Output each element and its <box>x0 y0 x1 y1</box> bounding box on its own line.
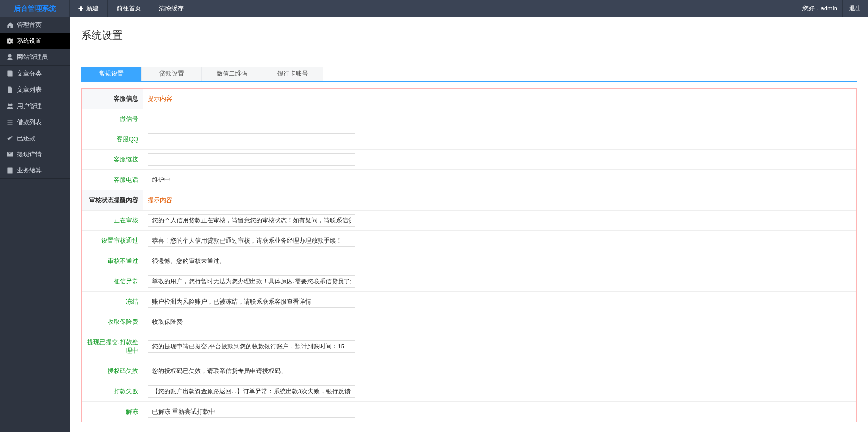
payfail-input[interactable] <box>148 385 355 398</box>
auth-label: 授权码失效 <box>82 361 143 381</box>
gear-icon <box>6 38 14 44</box>
logout-button[interactable]: 退出 <box>842 0 868 17</box>
sidebar-item-label: 已还款 <box>17 134 35 143</box>
section-tip: 提示内容 <box>148 196 172 204</box>
unfreeze-label: 解冻 <box>82 402 143 422</box>
wechat-input[interactable] <box>148 113 355 125</box>
sidebar-item-label: 业务结算 <box>17 166 42 175</box>
section-customer-service: 客服信息 提示内容 <box>82 89 856 109</box>
credit-label: 征信异常 <box>82 271 143 291</box>
credit-input[interactable] <box>148 275 355 288</box>
sidebar-item-label: 借款列表 <box>17 118 42 127</box>
sidebar-item-label: 网站管理员 <box>17 53 48 61</box>
go-home-button[interactable]: 前往首页 <box>108 0 150 17</box>
withdraw-label: 提现已提交,打款处理中 <box>82 332 143 361</box>
sidebar-item-label: 文章列表 <box>17 85 42 94</box>
sidebar-item-book[interactable]: 文章分类 <box>0 66 70 82</box>
payfail-label: 打款失败 <box>82 381 143 401</box>
sidebar-item-label: 文章分类 <box>17 69 42 78</box>
unfreeze-input[interactable] <box>148 406 355 418</box>
freeze-label: 冻结 <box>82 292 143 312</box>
link-label: 客服链接 <box>82 150 143 169</box>
calc-icon <box>6 167 14 174</box>
phone-label: 客服电话 <box>82 170 143 190</box>
sidebar-item-home[interactable]: 管理首页 <box>0 17 70 33</box>
passed-input[interactable] <box>148 235 355 247</box>
withdraw-input[interactable] <box>148 340 355 353</box>
sidebar-item-label: 管理首页 <box>17 21 42 29</box>
sidebar-item-list[interactable]: 借款列表 <box>0 114 70 130</box>
sidebar: 管理首页系统设置网站管理员文章分类文章列表用户管理借款列表已还款提现详情业务结算 <box>0 17 70 432</box>
sidebar-item-check[interactable]: 已还款 <box>0 130 70 146</box>
link-input[interactable] <box>148 153 355 166</box>
reviewing-input[interactable] <box>148 214 355 227</box>
sidebar-item-label: 提现详情 <box>17 150 42 159</box>
sidebar-item-label: 系统设置 <box>17 37 42 45</box>
freeze-input[interactable] <box>148 296 355 308</box>
sidebar-item-calc[interactable]: 业务结算 <box>0 162 70 178</box>
new-button-label: 新建 <box>86 4 99 13</box>
check-icon <box>6 135 14 142</box>
section-audit-status: 审核状态提醒内容 提示内容 <box>82 190 856 210</box>
section-label: 客服信息 <box>82 89 143 109</box>
section-label: 审核状态提醒内容 <box>82 190 143 210</box>
users-icon <box>6 103 14 110</box>
insure-input[interactable] <box>148 316 355 328</box>
mail-icon <box>6 151 14 158</box>
user-icon <box>6 54 14 60</box>
qq-input[interactable] <box>148 133 355 145</box>
book-icon <box>6 70 14 77</box>
sidebar-divider <box>0 178 70 179</box>
page-title: 系统设置 <box>81 25 857 52</box>
content-area: 系统设置 常规设置贷款设置微信二维码银行卡账号 客服信息 提示内容 微信号 客服… <box>70 17 868 432</box>
settings-form: 客服信息 提示内容 微信号 客服QQ 客服链接 客服电话 <box>81 88 857 422</box>
passed-label: 设置审核通过 <box>82 231 143 251</box>
sidebar-item-users[interactable]: 用户管理 <box>0 98 70 114</box>
title-divider <box>81 52 857 52</box>
plus-icon: ✚ <box>78 5 83 12</box>
new-button[interactable]: ✚ 新建 <box>70 0 108 17</box>
tab-3[interactable]: 银行卡账号 <box>262 67 323 81</box>
clear-cache-button[interactable]: 清除缓存 <box>150 0 192 17</box>
sidebar-item-user[interactable]: 网站管理员 <box>0 49 70 65</box>
insure-label: 收取保险费 <box>82 312 143 332</box>
file-icon <box>6 86 14 93</box>
greeting-text: 您好，admin <box>798 4 842 13</box>
wechat-label: 微信号 <box>82 109 143 129</box>
tab-0[interactable]: 常规设置 <box>81 67 142 81</box>
reviewing-label: 正在审核 <box>82 211 143 230</box>
home-icon <box>6 22 14 28</box>
fail-input[interactable] <box>148 255 355 267</box>
tab-1[interactable]: 贷款设置 <box>142 67 202 81</box>
fail-label: 审核不通过 <box>82 251 143 271</box>
sidebar-item-mail[interactable]: 提现详情 <box>0 146 70 162</box>
sidebar-item-gear[interactable]: 系统设置 <box>0 33 70 49</box>
brand-logo[interactable]: 后台管理系统 <box>0 0 70 17</box>
section-tip: 提示内容 <box>148 94 172 103</box>
auth-input[interactable] <box>148 365 355 377</box>
qq-label: 客服QQ <box>82 129 143 149</box>
topbar: 后台管理系统 ✚ 新建 前往首页 清除缓存 您好，admin 退出 <box>0 0 868 17</box>
list-icon <box>6 119 14 126</box>
sidebar-item-label: 用户管理 <box>17 102 42 110</box>
phone-input[interactable] <box>148 174 355 186</box>
tabs: 常规设置贷款设置微信二维码银行卡账号 <box>81 67 857 81</box>
tab-2[interactable]: 微信二维码 <box>202 67 262 81</box>
topbar-right: 您好，admin 退出 <box>791 0 868 17</box>
sidebar-item-file[interactable]: 文章列表 <box>0 82 70 98</box>
top-menu: ✚ 新建 前往首页 清除缓存 <box>70 0 192 17</box>
